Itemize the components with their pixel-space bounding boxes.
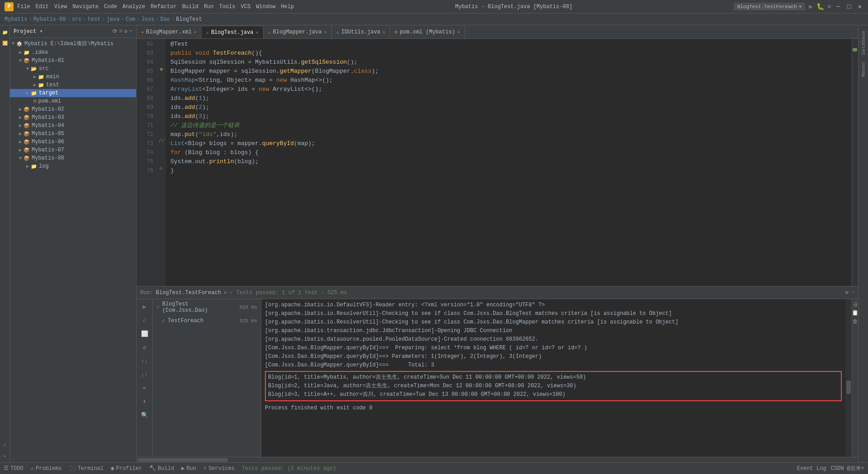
project-icon[interactable]: 📁 (0, 28, 9, 37)
sort-desc-icon[interactable]: ↓↑ (139, 369, 151, 380)
print-icon[interactable]: 🖨 (853, 301, 858, 308)
breadcrumb-part-4[interactable]: java (107, 16, 120, 23)
tree-item-mybatis05[interactable]: ▶ 📦 Mybatis-05 (10, 130, 136, 138)
tree-item-main[interactable]: ▶ 📁 main (10, 73, 136, 81)
menu-help[interactable]: Help (281, 4, 294, 10)
pass-check-icon[interactable]: ✓ (139, 314, 151, 326)
test-item-testforeach[interactable]: ✓ TestForeach 525 ms (153, 315, 261, 326)
run-config-selector[interactable]: BlogTest.TestForeach ▾ (734, 3, 806, 10)
tab-idutils-java[interactable]: ☕ IDUtils.java ✕ (332, 26, 390, 38)
tree-item-mybatis07[interactable]: ▶ 📦 Mybatis-07 (10, 146, 136, 154)
favorites-icon[interactable]: ★ (0, 451, 9, 460)
console-output[interactable]: [org.apache.ibatis.io.DefaultVFS]-Reader… (261, 299, 845, 457)
terminal-status[interactable]: ⬛ Terminal (69, 465, 104, 472)
breadcrumb-part-3[interactable]: test (88, 16, 101, 23)
gutter-debug-62[interactable]: ◉ (157, 66, 166, 75)
tree-item-log[interactable]: ▶ 📁 log (10, 162, 136, 170)
structure-icon[interactable]: ≡ (0, 441, 9, 450)
menu-navigate[interactable]: Navigate (72, 4, 99, 10)
menu-edit[interactable]: Edit (36, 4, 49, 10)
tab-blogmapper-xml[interactable]: ✦ BlogMapper.xml ✕ (137, 26, 202, 38)
menu-refactor[interactable]: Refactor (151, 4, 177, 10)
menu-view[interactable]: View (54, 4, 67, 10)
tree-root[interactable]: ▼ 🏠 Mybatis E:\Ideal项目\Mybatis (10, 39, 136, 48)
tab-close-2[interactable]: ✕ (324, 29, 327, 35)
menu-run[interactable]: Run (204, 4, 214, 10)
tree-item-mybatis03[interactable]: ▶ 📦 Mybatis-03 (10, 113, 136, 122)
tab-blogmapper-java[interactable]: ☕ BlogMapper.java ✕ (264, 26, 332, 38)
tab-blogtest-java[interactable]: ☕ BlogTest.java ✕ (202, 26, 264, 38)
breadcrumb-part-8[interactable]: BlogTest (176, 16, 202, 23)
tree-item-mybatis08[interactable]: ▼ 📦 Mybatis-08 (10, 154, 136, 162)
minimize-run-icon[interactable]: − (851, 289, 854, 296)
tree-item-target[interactable]: ▶ 📁 target (10, 89, 136, 97)
services-status[interactable]: ⚡ Services (203, 465, 235, 472)
export-icon[interactable]: ⬍ (139, 396, 151, 408)
sync-icon[interactable]: ⟳ (113, 28, 117, 35)
console-scroll-thumb[interactable] (846, 380, 851, 394)
tab-close-0[interactable]: ✕ (194, 29, 197, 35)
problems-status[interactable]: ⚠ Problems (31, 465, 62, 472)
breadcrumb-part-7[interactable]: Dao (160, 16, 170, 23)
tree-item-mybatis04[interactable]: ▶ 📦 Mybatis-04 (10, 122, 136, 130)
profiler-status[interactable]: ◉ Profiler (111, 465, 142, 472)
panel-close-icon[interactable]: − (129, 28, 132, 35)
test-item-blogtest[interactable]: ✓ BlogTest (Com.Jsxs.Dao) 525 ms (153, 299, 261, 315)
code-content[interactable]: @Test public void TestForeach(){ SqlSess… (166, 39, 852, 286)
settings-icon[interactable]: ⚙ (828, 3, 831, 10)
stop-button[interactable]: ⬜ (139, 328, 151, 340)
tab-pom-xml[interactable]: m pom.xml (Mybatis) ✕ (390, 26, 465, 38)
tree-item-mybatis01[interactable]: ▼ 📦 Mybatis-01 (10, 56, 136, 65)
import-icon[interactable]: ⬌ (139, 382, 151, 394)
menu-tools[interactable]: Tools (219, 4, 236, 10)
menu-analyze[interactable]: Analyze (123, 4, 145, 10)
breadcrumb-part-0[interactable]: Mybatis (5, 16, 27, 23)
breadcrumb-part-2[interactable]: src (72, 16, 82, 23)
tree-item-src[interactable]: ▼ 📂 src (10, 65, 136, 73)
h-scroll-thumb[interactable] (137, 458, 228, 462)
editor-right-scrollbar[interactable] (852, 39, 858, 286)
tree-item-test[interactable]: ▶ 📁 test (10, 81, 136, 89)
tree-item-idea[interactable]: ▶ 📁 .idea (10, 48, 136, 56)
run-icon-green[interactable]: ▶ (809, 3, 812, 10)
tree-item-mybatis06[interactable]: ▶ 📦 Mybatis-06 (10, 138, 136, 146)
event-log-status[interactable]: Event Log (797, 465, 826, 472)
maximize-button[interactable]: □ (845, 3, 853, 10)
breadcrumb-part-1[interactable]: Mybatis-08 (33, 16, 66, 23)
tree-item-mybatis02[interactable]: ▶ 📦 Mybatis-02 (10, 105, 136, 113)
tree-item-pom01[interactable]: m pom.xml (10, 97, 136, 105)
menu-code[interactable]: Code (104, 4, 117, 10)
run-status-bar[interactable]: ▶ Run (181, 465, 196, 472)
tab-close-4[interactable]: ✕ (458, 29, 460, 35)
maven-panel-label[interactable]: Maven (860, 58, 867, 80)
menu-window[interactable]: Window (256, 4, 275, 10)
vcs-icon[interactable]: 🔀 (0, 39, 9, 48)
run-tab-label[interactable]: BlogTest.TestForeach (156, 290, 221, 296)
csdn-status[interactable]: CSDN @吉米+ (831, 465, 864, 472)
sort-asc-icon[interactable]: ↑↓ (139, 355, 151, 367)
run-tab-close[interactable]: ✕ (224, 289, 227, 296)
settings-run-icon[interactable]: ⚙ (845, 289, 849, 296)
close-button[interactable]: ✕ (856, 3, 863, 10)
delete-icon[interactable]: 🗑 (853, 318, 858, 325)
debug-icon[interactable]: 🐛 (816, 3, 824, 10)
rerun-button[interactable]: ↺ (139, 342, 151, 353)
breadcrumb-part-5[interactable]: Com (126, 16, 136, 23)
minimize-button[interactable]: − (835, 3, 842, 10)
copy-icon[interactable]: 📋 (852, 310, 858, 316)
build-status[interactable]: 🔨 Build (149, 465, 174, 472)
tab-close-3[interactable]: ✕ (382, 29, 385, 35)
console-right-scrollbar[interactable] (845, 299, 852, 457)
database-panel-label[interactable]: Database (860, 27, 867, 58)
search-console-icon[interactable]: 🔍 (139, 409, 151, 421)
menu-vcs[interactable]: VCS (241, 4, 251, 10)
collapse-icon[interactable]: ≡ (119, 28, 122, 35)
todo-status[interactable]: ☰ TODO (4, 465, 24, 472)
tab-close-1[interactable]: ✕ (256, 30, 259, 35)
console-h-scrollbar[interactable] (137, 457, 858, 462)
run-button[interactable]: ▶ (139, 301, 151, 313)
gear-icon[interactable]: ⚙ (124, 28, 127, 35)
breadcrumb-part-6[interactable]: Jsxs (142, 16, 155, 23)
menu-build[interactable]: Build (182, 4, 198, 10)
menu-file[interactable]: File (17, 4, 30, 10)
